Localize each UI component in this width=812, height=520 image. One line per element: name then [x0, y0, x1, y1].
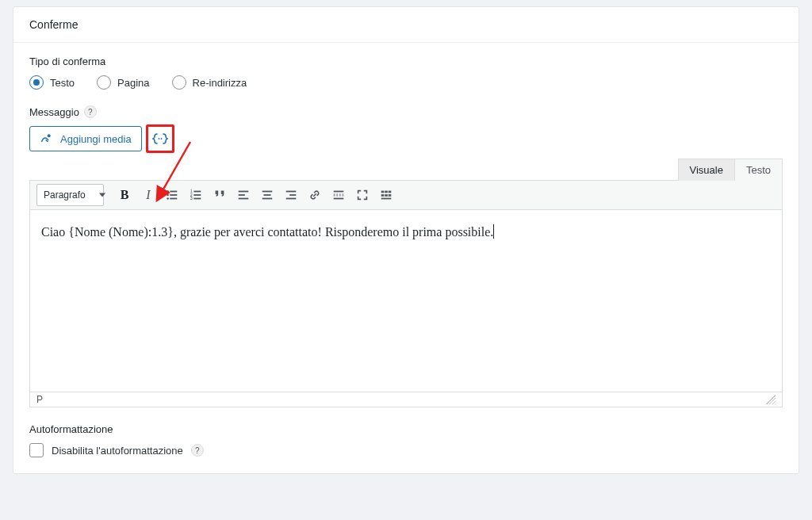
editor-text: Ciao {Nome (Nome):1.3}, grazie per averc… [41, 225, 493, 239]
svg-rect-30 [381, 194, 385, 197]
svg-rect-23 [286, 198, 297, 200]
format-select[interactable]: Paragrafo [36, 184, 104, 206]
svg-rect-4 [170, 191, 177, 193]
svg-text:3: 3 [190, 196, 193, 201]
bold-button[interactable]: B [113, 184, 136, 206]
annotation-highlight [146, 124, 174, 153]
merge-tag-button[interactable] [148, 127, 172, 151]
message-label-text: Messaggio [29, 106, 79, 118]
disable-autoformat-checkbox[interactable] [29, 443, 44, 457]
svg-rect-31 [385, 194, 388, 197]
svg-rect-15 [239, 191, 249, 193]
svg-rect-19 [264, 194, 271, 196]
radio-page[interactable]: Pagina [97, 75, 149, 90]
svg-rect-33 [381, 198, 392, 200]
media-button-row: Aggiungi media [29, 126, 783, 151]
add-media-button[interactable]: Aggiungi media [29, 126, 142, 151]
radio-indicator [172, 75, 186, 90]
radio-redirect[interactable]: Re-indirizza [172, 75, 247, 90]
radio-indicator [29, 75, 44, 90]
svg-rect-28 [385, 191, 388, 193]
radio-label: Re-indirizza [193, 77, 247, 89]
svg-point-7 [167, 197, 169, 200]
svg-rect-29 [389, 191, 392, 193]
editor-tabs: Visuale Testo [29, 158, 783, 180]
svg-rect-14 [193, 198, 201, 200]
confirmations-panel: Conferme Tipo di conferma Testo Pagina R… [13, 6, 799, 474]
bullet-list-button[interactable] [161, 184, 183, 206]
svg-rect-22 [289, 194, 296, 196]
editor: Visuale Testo Paragrafo B I 123 [29, 158, 783, 407]
svg-rect-17 [239, 198, 249, 200]
align-right-button[interactable] [280, 184, 302, 206]
numbered-list-button[interactable]: 123 [185, 184, 207, 206]
svg-rect-20 [262, 198, 273, 200]
blockquote-button[interactable] [209, 184, 231, 206]
svg-rect-24 [334, 191, 344, 193]
svg-rect-26 [334, 198, 344, 200]
help-icon[interactable]: ? [84, 105, 97, 118]
align-left-button[interactable] [232, 184, 255, 206]
confirmation-type-radios: Testo Pagina Re-indirizza [29, 75, 783, 90]
tab-visual[interactable]: Visuale [678, 159, 735, 181]
radio-text[interactable]: Testo [29, 75, 75, 90]
svg-rect-10 [193, 191, 201, 193]
text-cursor [493, 224, 494, 239]
svg-rect-27 [381, 191, 385, 193]
panel-body: Tipo di conferma Testo Pagina Re-indiriz… [13, 43, 799, 473]
svg-rect-18 [262, 191, 273, 193]
svg-rect-6 [170, 194, 177, 196]
panel-title: Conferme [13, 7, 799, 43]
svg-point-5 [167, 194, 169, 197]
insert-more-button[interactable] [327, 184, 350, 206]
editor-path-bar: P [29, 392, 783, 407]
tab-text[interactable]: Testo [734, 159, 783, 181]
editor-content[interactable]: Ciao {Nome (Nome):1.3}, grazie per averc… [29, 210, 783, 392]
element-path[interactable]: P [36, 394, 43, 405]
toolbar-toggle-button[interactable] [375, 184, 397, 206]
svg-rect-25 [334, 194, 344, 196]
italic-button[interactable]: I [137, 184, 159, 206]
radio-indicator [97, 75, 111, 90]
disable-autoformat-row: Disabilita l'autoformattazione ? [29, 443, 783, 457]
link-button[interactable] [304, 184, 326, 206]
media-icon [40, 131, 54, 147]
svg-rect-16 [239, 194, 245, 196]
help-icon[interactable]: ? [191, 444, 204, 457]
format-select-wrap: Paragrafo [36, 184, 112, 206]
disable-autoformat-label: Disabilita l'autoformattazione [52, 445, 183, 457]
fullscreen-button[interactable] [351, 184, 373, 206]
svg-rect-21 [286, 191, 297, 193]
svg-point-3 [167, 190, 169, 193]
svg-rect-32 [389, 194, 392, 197]
confirmation-type-label: Tipo di conferma [29, 55, 783, 67]
radio-label: Pagina [117, 77, 149, 89]
svg-rect-8 [170, 198, 177, 200]
editor-toolbar: Paragrafo B I 123 [29, 180, 783, 210]
svg-rect-12 [193, 194, 201, 196]
add-media-label: Aggiungi media [60, 133, 132, 145]
resize-handle[interactable] [766, 395, 776, 404]
radio-label: Testo [50, 77, 75, 89]
message-label: Messaggio ? [29, 105, 783, 118]
align-center-button[interactable] [256, 184, 278, 206]
svg-point-0 [48, 134, 51, 137]
autoformat-label: Autoformattazione [29, 423, 783, 435]
